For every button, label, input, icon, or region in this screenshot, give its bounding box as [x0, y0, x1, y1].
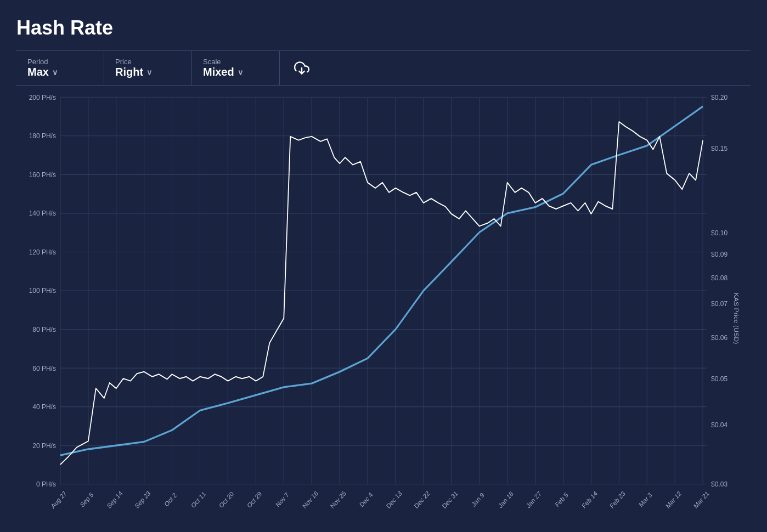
- svg-text:$0.05: $0.05: [711, 374, 727, 383]
- svg-text:160 PH/s: 160 PH/s: [29, 170, 56, 179]
- svg-text:Nov 7: Nov 7: [274, 491, 290, 508]
- svg-text:Dec 22: Dec 22: [413, 489, 431, 510]
- period-label: Period: [27, 58, 93, 66]
- download-button[interactable]: [280, 51, 324, 85]
- svg-text:$0.10: $0.10: [711, 229, 727, 237]
- svg-text:120 PH/s: 120 PH/s: [29, 247, 56, 256]
- svg-text:Dec 4: Dec 4: [358, 490, 374, 508]
- svg-text:Oct 11: Oct 11: [190, 490, 207, 509]
- scale-control[interactable]: Scale Mixed ∨: [192, 51, 280, 85]
- svg-text:Sep 14: Sep 14: [105, 489, 124, 510]
- svg-text:100 PH/s: 100 PH/s: [29, 286, 56, 295]
- svg-text:Dec 31: Dec 31: [441, 489, 459, 510]
- svg-text:Feb 14: Feb 14: [580, 489, 599, 510]
- svg-text:$0.06: $0.06: [711, 333, 727, 342]
- svg-text:40 PH/s: 40 PH/s: [32, 402, 56, 411]
- svg-text:60 PH/s: 60 PH/s: [32, 364, 56, 372]
- svg-text:Feb 23: Feb 23: [608, 489, 627, 510]
- svg-text:Sep 5: Sep 5: [78, 491, 94, 508]
- svg-text:Jan 27: Jan 27: [525, 490, 543, 510]
- svg-text:Sep 23: Sep 23: [133, 489, 151, 510]
- svg-text:Feb 5: Feb 5: [554, 491, 569, 508]
- price-value: Right ∨: [115, 66, 181, 78]
- svg-text:Jan 9: Jan 9: [470, 491, 486, 508]
- period-chevron: ∨: [52, 68, 58, 77]
- svg-text:Mar 12: Mar 12: [664, 489, 683, 510]
- price-label: Price: [115, 58, 181, 66]
- svg-text:0 PH/s: 0 PH/s: [36, 480, 56, 489]
- svg-text:Mar 3: Mar 3: [638, 491, 653, 508]
- svg-text:$0.07: $0.07: [711, 299, 727, 308]
- svg-text:$0.04: $0.04: [711, 420, 727, 429]
- hash-rate-line: [60, 106, 703, 455]
- svg-text:80 PH/s: 80 PH/s: [32, 325, 56, 333]
- svg-text:$0.15: $0.15: [711, 144, 727, 152]
- page-title: Hash Rate: [16, 16, 751, 39]
- svg-text:Oct 20: Oct 20: [218, 490, 235, 510]
- svg-text:200 PH/s: 200 PH/s: [29, 93, 56, 101]
- scale-value: Mixed ∨: [203, 66, 268, 78]
- svg-text:Aug 27: Aug 27: [49, 489, 67, 510]
- svg-text:Mar 21: Mar 21: [692, 489, 710, 510]
- scale-label: Scale: [203, 58, 268, 66]
- svg-text:Nov 16: Nov 16: [301, 489, 319, 510]
- chart-area: 200 PH/s 180 PH/s 160 PH/s 140 PH/s 120 …: [16, 91, 751, 521]
- svg-text:KAS Price (USD): KAS Price (USD): [733, 293, 740, 344]
- price-control[interactable]: Price Right ∨: [104, 51, 192, 85]
- price-chevron: ∨: [146, 68, 152, 77]
- period-value: Max ∨: [27, 66, 93, 78]
- svg-text:140 PH/s: 140 PH/s: [29, 209, 56, 218]
- svg-text:Oct 29: Oct 29: [246, 490, 263, 509]
- svg-text:Nov 25: Nov 25: [329, 489, 347, 510]
- svg-text:180 PH/s: 180 PH/s: [29, 132, 56, 140]
- chart-svg: 200 PH/s 180 PH/s 160 PH/s 140 PH/s 120 …: [16, 91, 751, 521]
- svg-text:$0.03: $0.03: [711, 480, 727, 489]
- scale-chevron: ∨: [238, 68, 243, 77]
- svg-text:20 PH/s: 20 PH/s: [32, 441, 56, 450]
- svg-text:Oct 2: Oct 2: [163, 491, 178, 508]
- svg-text:$0.09: $0.09: [711, 250, 727, 259]
- svg-text:$0.08: $0.08: [711, 273, 727, 282]
- period-control[interactable]: Period Max ∨: [16, 51, 104, 85]
- kas-price-line: [60, 122, 703, 465]
- svg-text:$0.20: $0.20: [711, 93, 727, 101]
- svg-text:Jan 18: Jan 18: [497, 490, 515, 510]
- svg-text:Dec 13: Dec 13: [385, 489, 403, 510]
